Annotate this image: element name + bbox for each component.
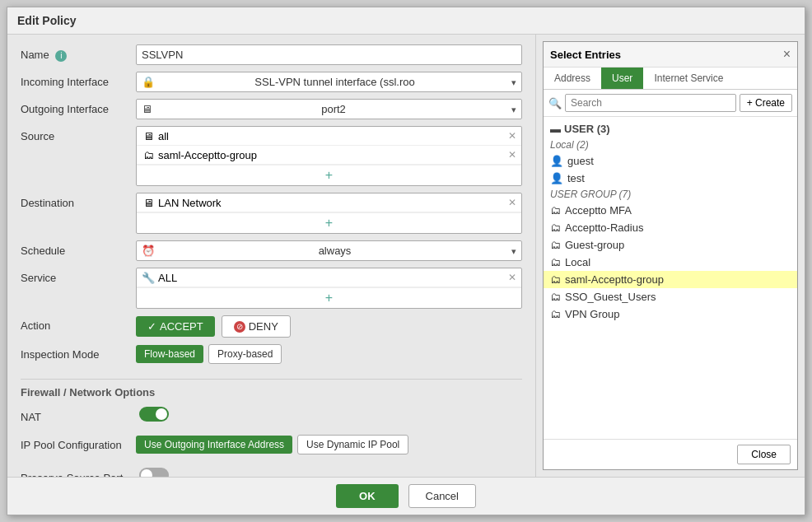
- source-item-all-remove[interactable]: ✕: [508, 130, 516, 142]
- source-add-btn[interactable]: +: [137, 165, 521, 185]
- list-item-sso[interactable]: 🗂 SSO_Guest_Users: [544, 288, 797, 305]
- source-item-saml: 🗂 saml-Acceptto-group ✕: [137, 146, 521, 165]
- ip-pool-label: IP Pool Configuration: [21, 435, 136, 451]
- flow-based-button[interactable]: Flow-based: [136, 345, 203, 363]
- outgoing-row: Outgoing Interface 🖥 port2: [21, 99, 522, 119]
- schedule-chevron: [511, 245, 516, 257]
- list-item-saml[interactable]: 🗂 saml-Acceptto-group: [544, 271, 797, 288]
- preserve-row: Preserve Source Port: [21, 468, 522, 477]
- schedule-label: Schedule: [21, 240, 136, 257]
- left-panel: Name i Incoming Interface 🔒 SSL-VPN tunn…: [7, 35, 536, 477]
- guest-label: guest: [567, 155, 594, 167]
- dialog-body: Name i Incoming Interface 🔒 SSL-VPN tunn…: [7, 35, 805, 477]
- tab-user[interactable]: User: [601, 68, 643, 89]
- all-icon: 🖥: [142, 129, 155, 142]
- service-item-all-remove[interactable]: ✕: [508, 272, 516, 283]
- destination-item-lan-label: LAN Network: [158, 197, 222, 209]
- close-button[interactable]: Close: [737, 445, 791, 464]
- source-item-all: 🖥 all ✕: [137, 127, 521, 146]
- user-group-header: ▬ USER (3): [544, 120, 797, 137]
- schedule-select[interactable]: ⏰ always: [136, 240, 522, 261]
- outgoing-select[interactable]: 🖥 port2: [136, 99, 522, 119]
- acceptto-mfa-label: Acceptto MFA: [565, 204, 632, 217]
- accept-button[interactable]: ✓ ACCEPT: [136, 316, 215, 337]
- list-item-guest[interactable]: 👤 guest: [544, 152, 797, 170]
- entries-list: ▬ USER (3) Local (2) 👤 guest 👤 test USER…: [544, 117, 797, 439]
- firewall-section-title: Firewall / Network Options: [21, 386, 522, 398]
- list-item-vpn-group[interactable]: 🗂 VPN Group ✏: [544, 305, 797, 323]
- list-item-acceptto-mfa[interactable]: 🗂 Acceptto MFA: [544, 202, 797, 219]
- preserve-toggle[interactable]: [139, 468, 169, 477]
- guest-icon: 👤: [550, 155, 563, 167]
- vpn-group-label: VPN Group: [565, 308, 619, 320]
- schedule-row: Schedule ⏰ always: [21, 240, 522, 261]
- saml-group-label: saml-Acceptto-group: [565, 273, 664, 286]
- user-group-header2: USER GROUP (7): [544, 187, 797, 202]
- tab-internet-service[interactable]: Internet Service: [643, 68, 734, 89]
- source-multiselect: 🖥 all ✕ 🗂 saml-Acceptto-group ✕ +: [136, 126, 522, 186]
- outgoing-chevron: [511, 103, 516, 115]
- name-input[interactable]: [136, 44, 522, 65]
- proxy-based-button[interactable]: Proxy-based: [208, 344, 282, 364]
- source-item-all-label: all: [158, 130, 169, 142]
- service-row: Service 🔧 ALL ✕ +: [21, 268, 522, 309]
- outgoing-icon: 🖥: [142, 103, 152, 115]
- schedule-control: ⏰ always: [136, 240, 522, 261]
- guest-group-label: Guest-group: [565, 239, 624, 251]
- service-item-all-label: ALL: [158, 272, 177, 284]
- nat-row: NAT: [21, 407, 522, 428]
- nat-toggle[interactable]: [139, 407, 169, 422]
- sso-icon: 🗂: [550, 291, 561, 303]
- vpn-group-icon: 🗂: [550, 308, 561, 320]
- cancel-button[interactable]: Cancel: [408, 484, 476, 508]
- search-input[interactable]: [565, 94, 736, 112]
- local-header: Local (2): [544, 137, 797, 152]
- test-label: test: [567, 172, 585, 184]
- ip-pool-row: IP Pool Configuration Use Outgoing Inter…: [21, 435, 522, 461]
- destination-item-lan-remove[interactable]: ✕: [508, 197, 516, 208]
- list-item-local[interactable]: 🗂 Local: [544, 254, 797, 271]
- ok-button[interactable]: OK: [336, 484, 399, 508]
- incoming-chevron: [511, 76, 516, 88]
- edit-policy-dialog: Edit Policy Name i Incoming Interface 🔒: [7, 7, 805, 515]
- source-item-saml-remove[interactable]: ✕: [508, 149, 516, 161]
- source-row: Source 🖥 all ✕ 🗂 saml-Acceptto-group ✕: [21, 126, 522, 186]
- user-group-collapse-icon: ▬: [550, 123, 561, 135]
- action-label: Action: [21, 315, 136, 332]
- inspection-control: Flow-based Proxy-based: [136, 344, 522, 364]
- incoming-select[interactable]: 🔒 SSL-VPN tunnel interface (ssl.roo: [136, 72, 522, 92]
- search-row: 🔍 + Create: [544, 90, 797, 117]
- saml-icon: 🗂: [142, 148, 155, 161]
- deny-button[interactable]: ⊘ DENY: [222, 315, 291, 338]
- dialog-title: Edit Policy: [7, 7, 805, 35]
- saml-group-icon: 🗂: [550, 273, 561, 286]
- destination-multiselect: 🖥 LAN Network ✕ +: [136, 193, 522, 234]
- ip-outgoing-button[interactable]: Use Outgoing Interface Address: [136, 436, 292, 454]
- dialog-footer: OK Cancel: [7, 477, 805, 515]
- service-multiselect: 🔧 ALL ✕ +: [136, 268, 522, 309]
- name-control: [136, 44, 522, 65]
- ip-pool-control: Use Outgoing Interface Address Use Dynam…: [136, 435, 522, 454]
- destination-add-btn[interactable]: +: [137, 212, 521, 233]
- incoming-row: Incoming Interface 🔒 SSL-VPN tunnel inte…: [21, 72, 522, 92]
- source-item-saml-label: saml-Acceptto-group: [158, 149, 257, 161]
- list-item-test[interactable]: 👤 test: [544, 170, 797, 187]
- accept-checkmark: ✓: [147, 320, 156, 333]
- ip-dynamic-button[interactable]: Use Dynamic IP Pool: [297, 435, 408, 454]
- tab-address[interactable]: Address: [544, 68, 601, 89]
- select-entries-footer: Close: [544, 439, 797, 469]
- list-item-guest-group[interactable]: 🗂 Guest-group: [544, 236, 797, 254]
- service-all-icon: 🔧: [142, 271, 155, 284]
- schedule-icon: ⏰: [142, 245, 155, 257]
- name-row: Name i: [21, 44, 522, 65]
- search-icon: 🔍: [548, 97, 562, 110]
- name-info-icon[interactable]: i: [55, 50, 67, 62]
- incoming-label: Incoming Interface: [21, 72, 136, 88]
- lan-icon: 🖥: [142, 196, 155, 209]
- service-add-btn[interactable]: +: [137, 287, 521, 308]
- select-entries-close-icon[interactable]: ×: [783, 47, 791, 62]
- destination-item-lan: 🖥 LAN Network ✕: [137, 193, 521, 212]
- list-item-acceptto-radius[interactable]: 🗂 Acceptto-Radius: [544, 219, 797, 236]
- create-button[interactable]: + Create: [740, 94, 792, 112]
- source-control: 🖥 all ✕ 🗂 saml-Acceptto-group ✕ +: [136, 126, 522, 186]
